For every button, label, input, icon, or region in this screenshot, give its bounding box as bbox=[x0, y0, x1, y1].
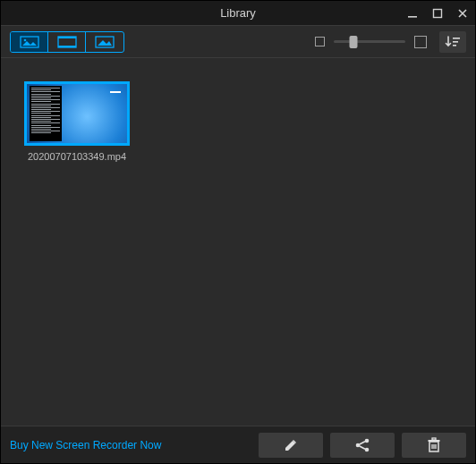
window-title: Library bbox=[1, 6, 475, 20]
svg-rect-2 bbox=[21, 37, 38, 47]
sort-button[interactable] bbox=[439, 31, 466, 53]
media-grid: 20200707103349.mp4 bbox=[1, 58, 475, 426]
slider-track bbox=[334, 40, 405, 43]
view-all-media-button[interactable] bbox=[11, 32, 48, 52]
footer-bar: Buy New Screen Recorder Now bbox=[1, 426, 475, 463]
pencil-icon bbox=[283, 437, 299, 453]
slider-thumb[interactable] bbox=[350, 36, 358, 48]
sort-icon bbox=[445, 35, 461, 49]
image-icon bbox=[95, 36, 115, 48]
thumbnail-size-small-button[interactable] bbox=[315, 37, 325, 46]
video-icon bbox=[57, 36, 77, 48]
media-item[interactable]: 20200707103349.mp4 bbox=[19, 81, 135, 162]
share-icon bbox=[353, 437, 371, 453]
promo-link[interactable]: Buy New Screen Recorder Now bbox=[10, 439, 161, 451]
view-image-button[interactable] bbox=[86, 32, 123, 52]
share-button[interactable] bbox=[330, 433, 395, 458]
view-video-button[interactable] bbox=[48, 32, 86, 52]
media-filename: 20200707103349.mp4 bbox=[28, 151, 126, 162]
svg-rect-16 bbox=[432, 438, 436, 440]
delete-button[interactable] bbox=[402, 433, 466, 458]
trash-icon bbox=[427, 437, 441, 453]
media-thumbnail[interactable] bbox=[24, 81, 130, 146]
svg-rect-6 bbox=[58, 46, 76, 47]
title-bar: Library bbox=[1, 1, 475, 26]
view-mode-group bbox=[10, 31, 124, 53]
thumbnail-size-large-button[interactable] bbox=[414, 36, 427, 48]
svg-rect-9 bbox=[453, 41, 458, 43]
svg-rect-5 bbox=[58, 37, 76, 38]
toolbar bbox=[1, 26, 475, 58]
thumbnail-size-slider[interactable] bbox=[334, 33, 405, 51]
svg-rect-8 bbox=[453, 38, 460, 39]
svg-rect-10 bbox=[453, 45, 456, 46]
media-all-icon bbox=[20, 36, 39, 48]
svg-point-3 bbox=[23, 38, 26, 41]
edit-button[interactable] bbox=[259, 433, 323, 458]
